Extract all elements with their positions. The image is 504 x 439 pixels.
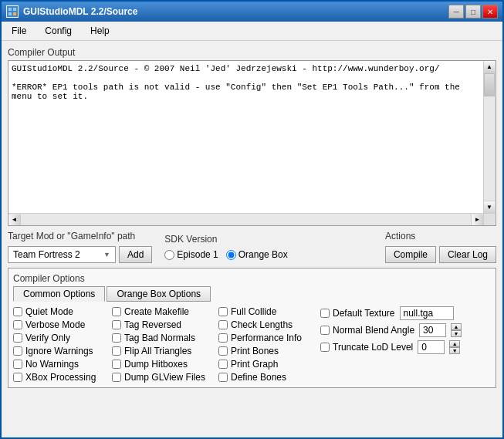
opt-xbox-processing-label: XBox Processing [25,372,96,383]
target-mod-select[interactable]: Team Fortress 2 ▼ [8,246,116,263]
compiler-options-label: Compiler Options [13,273,491,284]
options-col2: Create Makefile Tag Reversed Tag Bad Nor… [112,306,212,383]
normal-blend-check: Normal Blend Angle [320,325,414,336]
normal-blend-spinner: ▲ ▼ [451,323,462,337]
minimize-button[interactable]: ─ [448,5,464,19]
normal-blend-checkbox[interactable] [320,326,330,335]
menu-help[interactable]: Help [85,23,115,39]
add-button[interactable]: Add [119,246,152,263]
titlebar-left: GUIStudioMDL 2.2/Source [6,5,137,18]
options-tabs: Common Options Orange Box Options [13,286,491,302]
svg-rect-3 [8,12,12,15]
opt-performance-info[interactable]: Performance Info [218,333,311,343]
opt-tag-reversed[interactable]: Tag Reversed [112,319,212,330]
opt-verify-only-checkbox[interactable] [13,333,22,343]
opt-print-bones[interactable]: Print Bones [218,346,311,356]
opt-print-bones-checkbox[interactable] [218,346,228,356]
select-arrow-icon: ▼ [103,251,110,258]
truncate-lod-spinner: ▲ ▼ [449,340,460,354]
opt-ignore-warnings-label: Ignore Warnings [25,346,93,356]
compile-button[interactable]: Compile [385,246,436,263]
default-texture-checkbox[interactable] [320,309,330,318]
normal-blend-row: Normal Blend Angle ▲ ▼ [320,323,462,337]
tab-common-options[interactable]: Common Options [13,286,105,302]
normal-blend-up[interactable]: ▲ [451,323,462,330]
menu-file[interactable]: File [6,23,32,39]
sdk-orangebox[interactable]: Orange Box [226,249,288,260]
target-mod-label: Target Mod or "GameInfo" path [8,231,152,241]
close-button[interactable]: ✕ [482,5,498,19]
opt-tag-bad-normals[interactable]: Tag Bad Normals [112,333,212,343]
horizontal-scrollbar[interactable]: ◄ ► [8,213,483,225]
sdk-episode1-radio[interactable] [164,250,174,260]
opt-flip-all-triangles-checkbox[interactable] [112,346,121,356]
opt-dump-glview-checkbox[interactable] [112,373,121,382]
opt-tag-reversed-label: Tag Reversed [124,319,181,330]
target-mod-section: Target Mod or "GameInfo" path Team Fortr… [8,231,152,263]
actions-section: Actions Compile Clear Log [385,231,496,263]
compiler-output-box: ▲ ▼ ◄ ► [8,60,496,226]
opt-create-makefile-checkbox[interactable] [112,307,121,316]
opt-quiet-mode-checkbox[interactable] [13,307,22,316]
truncate-lod-row: Truncate LoD Level ▲ ▼ [320,340,462,354]
opt-tag-bad-normals-checkbox[interactable] [112,333,121,343]
normal-blend-down[interactable]: ▼ [451,330,462,337]
opt-verbose-mode-checkbox[interactable] [13,320,22,329]
sdk-radio-group: Episode 1 Orange Box [164,249,287,260]
svg-rect-2 [13,8,16,11]
truncate-lod-up[interactable]: ▲ [449,340,460,347]
opt-print-graph[interactable]: Print Graph [218,359,311,370]
opt-define-bones[interactable]: Define Bones [218,372,311,383]
sdk-episode1[interactable]: Episode 1 [164,249,218,260]
truncate-lod-down[interactable]: ▼ [449,347,460,354]
opt-create-makefile[interactable]: Create Makefile [112,306,212,317]
opt-dump-glview[interactable]: Dump GLView Files [112,372,212,383]
opt-tag-reversed-checkbox[interactable] [112,320,121,329]
opt-verify-only[interactable]: Verify Only [13,333,106,343]
opt-check-lengths-checkbox[interactable] [218,320,228,329]
opt-quiet-mode-label: Quiet Mode [25,306,73,317]
tab-orangebox-options[interactable]: Orange Box Options [107,286,211,302]
default-texture-input[interactable] [400,306,454,320]
opt-full-collide-checkbox[interactable] [218,307,228,316]
options-col1: Quiet Mode Verbose Mode Verify Only Igno… [13,306,106,383]
sdk-orangebox-radio[interactable] [226,250,236,260]
opt-tag-bad-normals-label: Tag Bad Normals [124,333,195,343]
opt-verbose-mode-label: Verbose Mode [25,319,85,330]
truncate-lod-input[interactable] [418,340,445,354]
opt-no-warnings-checkbox[interactable] [13,360,22,369]
opt-verbose-mode[interactable]: Verbose Mode [13,319,106,330]
opt-dump-glview-label: Dump GLView Files [124,372,205,383]
target-row: Target Mod or "GameInfo" path Team Fortr… [8,231,496,263]
compiler-output-text[interactable] [8,61,483,213]
window-controls: ─ □ ✕ [448,5,498,19]
opt-xbox-processing-checkbox[interactable] [13,373,22,382]
opt-quiet-mode[interactable]: Quiet Mode [13,306,106,317]
opt-print-graph-checkbox[interactable] [218,360,228,369]
opt-full-collide[interactable]: Full Collide [218,306,311,317]
opt-define-bones-checkbox[interactable] [218,373,228,382]
opt-performance-info-label: Performance Info [231,333,302,343]
sdk-version-section: SDK Version Episode 1 Orange Box [164,234,287,260]
opt-ignore-warnings-checkbox[interactable] [13,346,22,356]
opt-print-graph-label: Print Graph [231,359,278,370]
maximize-button[interactable]: □ [465,5,481,19]
sdk-label: SDK Version [164,234,287,245]
opt-xbox-processing[interactable]: XBox Processing [13,372,106,383]
actions-buttons: Compile Clear Log [385,246,496,263]
opt-ignore-warnings[interactable]: Ignore Warnings [13,346,106,356]
menu-config[interactable]: Config [39,23,77,39]
main-window: GUIStudioMDL 2.2/Source ─ □ ✕ File Confi… [0,0,504,439]
opt-check-lengths[interactable]: Check Lengths [218,319,311,330]
opt-performance-info-checkbox[interactable] [218,333,228,343]
opt-flip-all-triangles[interactable]: Flip All Triangles [112,346,212,356]
clear-log-button[interactable]: Clear Log [439,246,496,263]
vertical-scrollbar[interactable]: ▲ ▼ [483,61,496,225]
opt-dump-hitboxes-checkbox[interactable] [112,360,121,369]
opt-dump-hitboxes[interactable]: Dump Hitboxes [112,359,212,370]
truncate-lod-checkbox[interactable] [320,343,330,352]
normal-blend-input[interactable] [419,323,446,337]
default-texture-check[interactable]: Default Texture [320,308,395,319]
actions-label: Actions [385,231,496,241]
opt-no-warnings[interactable]: No Warnings [13,359,106,370]
